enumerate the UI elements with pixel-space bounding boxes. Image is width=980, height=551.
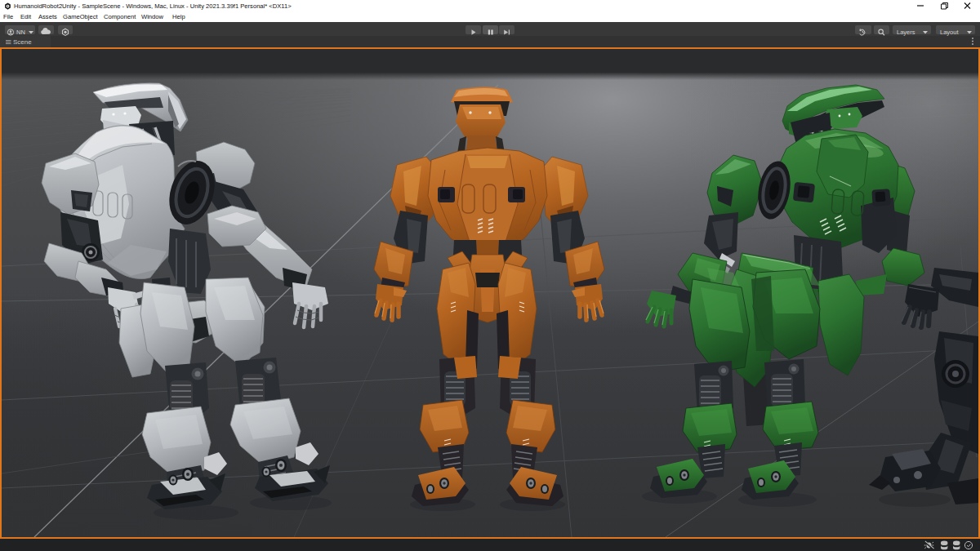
svg-text:Layers: Layers (897, 29, 915, 36)
svg-text:Layout: Layout (940, 29, 959, 36)
svg-text:NN: NN (16, 29, 25, 36)
